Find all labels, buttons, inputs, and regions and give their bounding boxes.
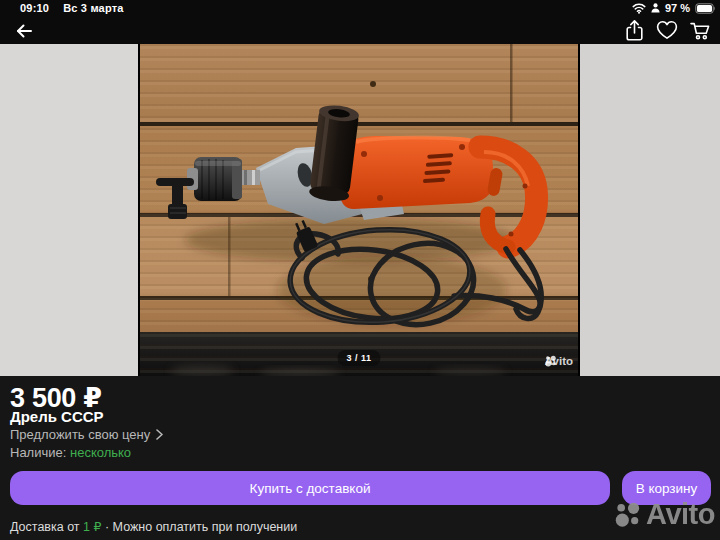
product-photo[interactable]: 3 / 11 Avito (140, 44, 578, 376)
photo-counter-badge: 3 / 11 (337, 350, 380, 366)
add-to-cart-button[interactable]: В корзину (622, 471, 711, 505)
drill-photo-art (140, 44, 578, 376)
availability-row: Наличие: несколько (10, 445, 131, 460)
share-icon (624, 19, 645, 42)
battery-icon (695, 3, 716, 14)
delivery-price: 1 ₽ (83, 520, 101, 534)
delivery-note: Доставка от 1 ₽ · Можно оплатить при пол… (10, 519, 297, 534)
buy-with-delivery-button[interactable]: Купить с доставкой (10, 471, 610, 505)
photo-carousel: 3 / 11 Avito (0, 44, 720, 376)
wifi-icon (632, 3, 646, 14)
photo-avito-watermark: Avito (545, 355, 573, 367)
heart-icon (656, 20, 678, 40)
back-arrow-icon (12, 19, 36, 43)
avito-dots-icon (615, 501, 642, 528)
delivery-text: Можно оплатить при получении (113, 520, 298, 534)
cart-icon (689, 19, 711, 41)
status-date: Вс 3 марта (63, 2, 123, 14)
delivery-prefix: Доставка от (10, 520, 80, 534)
availability-label: Наличие: (10, 445, 66, 460)
status-bar: 09:10 Вс 3 марта 97 % (0, 0, 720, 17)
app-screen: 09:10 Вс 3 марта 97 % (0, 0, 720, 540)
status-time: 09:10 (20, 2, 49, 14)
availability-value: несколько (70, 445, 131, 460)
share-button[interactable] (622, 18, 646, 42)
delivery-separator: · (105, 520, 109, 534)
product-info-section: 3 500 ₽ Дрель СССР Предложить свою цену … (0, 376, 720, 540)
battery-percent: 97 % (665, 2, 690, 14)
chevron-right-icon (156, 429, 163, 440)
avito-dots-icon (545, 355, 557, 367)
carousel-next-photo[interactable] (580, 44, 720, 376)
product-title: Дрель СССР (10, 408, 104, 425)
nav-bar (0, 17, 720, 44)
cart-button[interactable] (688, 18, 712, 42)
carousel-prev-photo[interactable] (0, 44, 138, 376)
back-button[interactable] (12, 19, 36, 43)
offer-own-price-label: Предложить свою цену (10, 427, 150, 442)
hotspot-person-icon (651, 3, 660, 13)
offer-own-price-link[interactable]: Предложить свою цену (10, 427, 163, 442)
favorite-button[interactable] (655, 18, 679, 42)
